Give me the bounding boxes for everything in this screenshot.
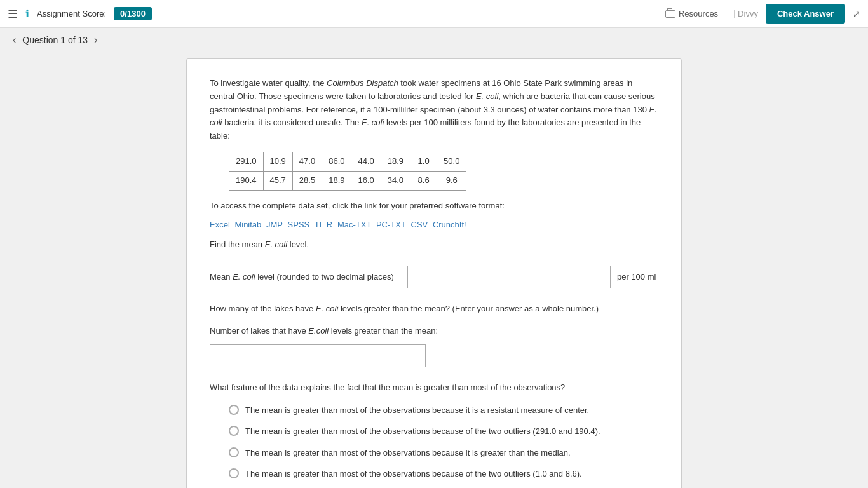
radio-button-3[interactable] xyxy=(229,447,239,458)
table-cell: 86.0 xyxy=(322,152,351,171)
question-card: To investigate water quality, the Columb… xyxy=(186,58,682,488)
link-ti[interactable]: TI xyxy=(315,220,322,229)
table-cell: 1.0 xyxy=(410,152,437,171)
radio-option-4-text: The mean is greater than most of the obs… xyxy=(245,468,582,480)
table-cell: 50.0 xyxy=(437,152,466,171)
table-cell: 44.0 xyxy=(351,152,381,171)
divvy-label: Divvy xyxy=(738,9,758,18)
find-mean-instruction: Find the mean E. coli level. xyxy=(210,238,658,252)
resources-button[interactable]: Resources xyxy=(665,9,718,18)
table-cell: 45.7 xyxy=(263,171,292,190)
radio-button-1[interactable] xyxy=(229,405,239,415)
folder-icon xyxy=(665,10,675,18)
link-crunchit[interactable]: CrunchIt! xyxy=(433,220,466,229)
header: ☰ ℹ Assignment Score: 0/1300 Resources D… xyxy=(0,0,868,28)
table-cell: 9.6 xyxy=(437,171,466,190)
score-badge: 0/1300 xyxy=(114,7,152,20)
table-row: 190.4 45.7 28.5 18.9 16.0 34.0 8.6 9.6 xyxy=(229,171,466,190)
radio-option-2-text: The mean is greater than most of the obs… xyxy=(245,425,600,438)
link-excel[interactable]: Excel xyxy=(210,220,230,229)
table-cell: 16.0 xyxy=(351,171,381,190)
resources-label: Resources xyxy=(679,9,718,18)
mean-unit: per 100 ml xyxy=(617,271,656,284)
divvy-button[interactable]: Divvy xyxy=(726,9,758,18)
radio-option-4[interactable]: The mean is greater than most of the obs… xyxy=(229,468,658,480)
next-question-arrow[interactable]: › xyxy=(94,34,97,46)
lakes-answer-input[interactable] xyxy=(210,344,426,367)
question-counter: Question 1 of 13 xyxy=(22,35,88,45)
menu-icon[interactable]: ☰ xyxy=(8,7,18,21)
table-cell: 8.6 xyxy=(410,171,437,190)
table-cell: 291.0 xyxy=(229,152,264,171)
radio-option-3[interactable]: The mean is greater than most of the obs… xyxy=(229,447,658,459)
mean-answer-input[interactable] xyxy=(407,266,611,288)
radio-button-4[interactable] xyxy=(229,468,239,478)
mean-input-row: Mean E. coli level (rounded to two decim… xyxy=(210,266,658,288)
radio-option-1[interactable]: The mean is greater than most of the obs… xyxy=(229,404,658,417)
table-cell: 28.5 xyxy=(292,171,322,190)
radio-option-3-text: The mean is greater than most of the obs… xyxy=(245,447,571,459)
expand-icon[interactable]: ⤢ xyxy=(853,9,860,19)
table-cell: 10.9 xyxy=(263,152,292,171)
info-icon: ℹ xyxy=(25,8,29,20)
link-mac-txt[interactable]: Mac-TXT xyxy=(337,220,371,229)
prev-question-arrow[interactable]: ‹ xyxy=(13,34,16,46)
table-row: 291.0 10.9 47.0 86.0 44.0 18.9 1.0 50.0 xyxy=(229,152,466,171)
assignment-score-label: Assignment Score: xyxy=(37,9,106,18)
mean-input-label: Mean E. coli level (rounded to two decim… xyxy=(210,271,401,284)
data-table: 291.0 10.9 47.0 86.0 44.0 18.9 1.0 50.0 … xyxy=(229,152,466,191)
data-links-line: Excel Minitab JMP SPSS TI R Mac-TXT PC-T… xyxy=(210,219,658,232)
link-spss[interactable]: SPSS xyxy=(288,220,310,229)
table-cell: 18.9 xyxy=(322,171,351,190)
table-cell: 47.0 xyxy=(292,152,322,171)
table-cell: 18.9 xyxy=(381,152,410,171)
feature-question-text: What feature of the data explains the fa… xyxy=(210,381,658,394)
table-cell: 190.4 xyxy=(229,171,264,190)
radio-button-2[interactable] xyxy=(229,426,239,436)
nav-bar: ‹ Question 1 of 13 › xyxy=(0,28,868,52)
content-area: To investigate water quality, the Columb… xyxy=(0,52,868,488)
lakes-question-text: How many of the lakes have E. coli level… xyxy=(210,302,658,315)
link-minitab[interactable]: Minitab xyxy=(234,220,261,229)
data-access-text: To access the complete data set, click t… xyxy=(210,201,505,210)
checkbox-icon xyxy=(726,10,735,18)
passage-text: To investigate water quality, the Columb… xyxy=(210,77,658,143)
data-access-line: To access the complete data set, click t… xyxy=(210,200,658,213)
lakes-input-label: Number of lakes that have E.coli levels … xyxy=(210,325,438,338)
lakes-input-row: Number of lakes that have E.coli levels … xyxy=(210,325,658,367)
link-csv[interactable]: CSV xyxy=(411,220,428,229)
radio-options: The mean is greater than most of the obs… xyxy=(210,404,658,480)
radio-option-2[interactable]: The mean is greater than most of the obs… xyxy=(229,425,658,438)
check-answer-button[interactable]: Check Answer xyxy=(766,4,845,24)
link-r[interactable]: R xyxy=(327,220,332,229)
link-jmp[interactable]: JMP xyxy=(266,220,283,229)
table-cell: 34.0 xyxy=(381,171,410,190)
link-pc-txt[interactable]: PC-TXT xyxy=(376,220,406,229)
radio-option-1-text: The mean is greater than most of the obs… xyxy=(245,404,589,417)
